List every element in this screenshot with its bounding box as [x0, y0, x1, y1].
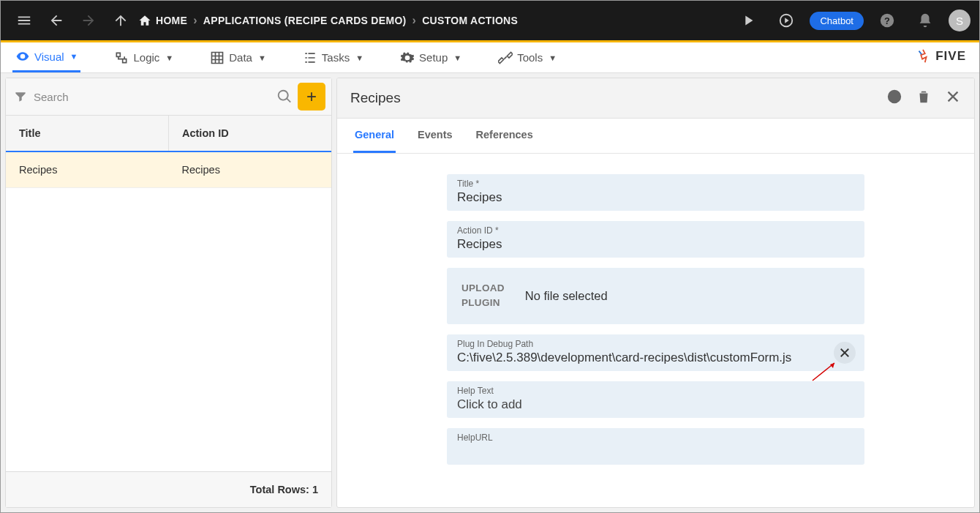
add-button[interactable]: + [298, 83, 325, 111]
action-id-field[interactable]: Action ID * Recipes [447, 221, 864, 258]
chevron-down-icon: ▼ [355, 53, 363, 62]
chevron-right-icon: › [193, 14, 197, 27]
brand-logo: FIVE [915, 48, 966, 64]
help-icon[interactable]: ? [872, 6, 902, 35]
topbar: HOME › APPLICATIONS (RECIPE CARDS DEMO) … [1, 1, 979, 40]
col-title[interactable]: Title [6, 116, 169, 151]
col-action-id[interactable]: Action ID [169, 116, 331, 151]
title-field[interactable]: Title * Recipes [447, 174, 864, 211]
hamburger-icon[interactable] [10, 6, 39, 35]
filter-icon[interactable] [12, 88, 29, 105]
menubar: Visual▼ Logic▼ Data▼ Tasks▼ Setup▼ Tools… [1, 42, 979, 73]
upload-label: UPLOAD PLUGIN [457, 281, 505, 311]
field-label: HelpURL [457, 433, 854, 443]
field-label: Plug In Debug Path [457, 339, 828, 349]
table-row[interactable]: Recipes Recipes [6, 152, 331, 188]
list-footer: Total Rows: 1 [6, 471, 331, 507]
cell-action-id: Recipes [169, 152, 332, 187]
notifications-icon[interactable] [911, 6, 940, 35]
debug-path-field[interactable]: Plug In Debug Path C:\five\2.5.389\devel… [447, 334, 864, 371]
topbar-right: Chatbot ? S [734, 6, 970, 35]
chevron-down-icon: ▼ [258, 53, 266, 62]
detail-panel: Recipes General Events References Title … [336, 78, 975, 508]
forward-icon [74, 6, 103, 35]
form-area: Title * Recipes Action ID * Recipes UPLO… [337, 154, 974, 507]
chevron-right-icon: › [412, 14, 417, 27]
help-url-field[interactable]: HelpURL [447, 428, 864, 465]
help-text-field[interactable]: Help Text Click to add [447, 381, 864, 418]
search-icon[interactable] [276, 88, 293, 105]
field-value: C:\five\2.5.389\development\card-recipes… [457, 351, 828, 365]
field-label: Action ID * [457, 225, 854, 236]
play-icon[interactable] [734, 6, 763, 35]
avatar[interactable]: S [949, 10, 970, 31]
list-body: Recipes Recipes [6, 152, 331, 471]
up-icon[interactable] [106, 6, 135, 35]
chevron-down-icon: ▼ [165, 53, 173, 62]
field-label: Title * [457, 179, 854, 189]
footer-label: Total Rows: [250, 484, 309, 495]
list-panel: + Title Action ID Recipes Recipes Total … [5, 78, 332, 508]
chevron-down-icon: ▼ [453, 53, 461, 62]
deploy-icon[interactable] [772, 6, 801, 35]
search-input[interactable] [34, 91, 271, 103]
search-row: + [6, 78, 331, 115]
breadcrumb-applications[interactable]: APPLICATIONS (RECIPE CARDS DEMO) [203, 15, 407, 26]
cell-title: Recipes [6, 152, 169, 187]
menu-tools[interactable]: Tools▼ [495, 42, 559, 72]
topbar-left: HOME › APPLICATIONS (RECIPE CARDS DEMO) … [10, 6, 518, 35]
menu-data[interactable]: Data▼ [207, 42, 269, 72]
field-value: Click to add [457, 397, 854, 412]
tab-references[interactable]: References [475, 119, 535, 153]
upload-value: No file selected [525, 289, 608, 303]
main: + Title Action ID Recipes Recipes Total … [1, 73, 979, 512]
clear-icon[interactable] [834, 342, 856, 364]
chatbot-button[interactable]: Chatbot [810, 12, 864, 30]
menu-setup[interactable]: Setup▼ [397, 42, 464, 72]
field-value: Recipes [457, 190, 854, 205]
list-header: Title Action ID [6, 115, 331, 152]
chevron-down-icon: ▼ [549, 53, 557, 62]
delete-icon[interactable] [916, 89, 932, 108]
tab-general[interactable]: General [353, 119, 396, 153]
detail-header: Recipes [337, 78, 974, 119]
tab-events[interactable]: Events [416, 119, 454, 153]
upload-plugin-field[interactable]: UPLOAD PLUGIN No file selected [447, 268, 864, 324]
detail-header-actions [886, 89, 961, 108]
field-label: Help Text [457, 386, 854, 396]
svg-text:?: ? [884, 15, 890, 26]
field-value: Recipes [457, 237, 854, 252]
detail-tabs: General Events References [337, 119, 974, 154]
menu-logic[interactable]: Logic▼ [111, 42, 176, 72]
menu-visual[interactable]: Visual▼ [12, 42, 80, 72]
breadcrumb-home[interactable]: HOME [138, 14, 187, 27]
history-icon[interactable] [886, 89, 902, 108]
footer-count: 1 [312, 484, 318, 495]
breadcrumb: HOME › APPLICATIONS (RECIPE CARDS DEMO) … [138, 14, 518, 27]
chevron-down-icon: ▼ [70, 52, 78, 61]
page-title: Recipes [350, 90, 401, 106]
breadcrumb-current: CUSTOM ACTIONS [422, 15, 518, 26]
menu-tasks[interactable]: Tasks▼ [300, 42, 366, 72]
back-icon[interactable] [42, 6, 71, 35]
close-icon[interactable] [945, 89, 961, 108]
